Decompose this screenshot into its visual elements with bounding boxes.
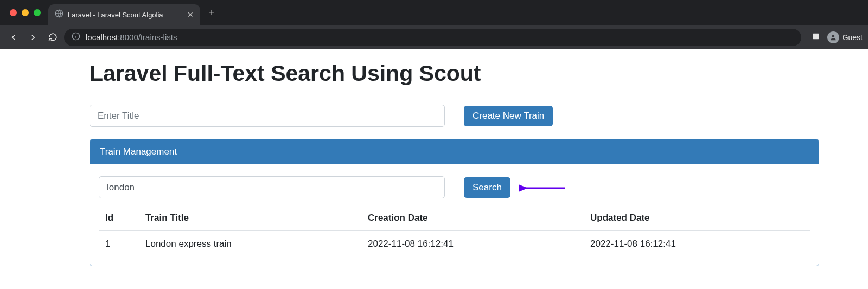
url-host: localhost [86, 33, 118, 42]
profile-label: Guest [843, 33, 863, 42]
cell-title: London express train [141, 230, 363, 249]
annotation-arrow [519, 183, 568, 194]
browser-toolbar: localhost:8000/trains-lists Guest [0, 25, 868, 49]
tab-strip: Laravel - Laravel Scout Algolia ✕ + [0, 0, 868, 25]
profile-button[interactable]: Guest [827, 31, 863, 43]
window-maximize-button[interactable] [34, 9, 41, 16]
search-button[interactable]: Search [464, 177, 510, 198]
new-tab-button[interactable]: + [200, 7, 224, 18]
url-text: localhost:8000/trains-lists [86, 33, 177, 42]
panel-body: Search Id Train Title Creation Date Upda… [90, 164, 819, 266]
page-title: Laravel Full-Text Search Using Scout [90, 61, 868, 86]
col-updated: Updated Date [586, 213, 810, 230]
window-minimize-button[interactable] [22, 9, 29, 16]
back-button[interactable] [5, 29, 22, 46]
create-train-button[interactable]: Create New Train [464, 106, 553, 126]
panel-header: Train Management [90, 139, 819, 164]
cell-id: 1 [99, 230, 141, 249]
forward-button[interactable] [25, 29, 41, 46]
info-icon [72, 32, 80, 43]
browser-tab[interactable]: Laravel - Laravel Scout Algolia ✕ [48, 4, 200, 25]
title-input[interactable] [90, 105, 445, 127]
browser-chrome: Laravel - Laravel Scout Algolia ✕ + loca… [0, 0, 868, 49]
extensions-icon[interactable] [811, 31, 821, 43]
col-title: Train Title [141, 213, 363, 230]
page-content: Laravel Full-Text Search Using Scout Cre… [0, 49, 868, 288]
window-controls [4, 9, 48, 16]
col-id: Id [99, 213, 141, 230]
cell-created: 2022-11-08 16:12:41 [363, 230, 586, 249]
col-created: Creation Date [363, 213, 586, 230]
url-port: :8000 [118, 33, 138, 42]
tab-title: Laravel - Laravel Scout Algolia [68, 11, 183, 19]
reload-button[interactable] [44, 29, 61, 46]
cell-updated: 2022-11-08 16:12:41 [586, 230, 810, 249]
window-close-button[interactable] [10, 9, 17, 16]
train-panel: Train Management Search Id Train Title C… [90, 139, 819, 266]
trains-table: Id Train Title Creation Date Updated Dat… [99, 213, 810, 249]
search-row: Search [99, 176, 810, 198]
top-actions-row: Create New Train [90, 105, 868, 127]
tab-close-icon[interactable]: ✕ [187, 10, 194, 19]
address-bar[interactable]: localhost:8000/trains-lists [64, 29, 801, 46]
globe-icon [55, 9, 63, 20]
person-icon [827, 31, 839, 43]
svg-point-6 [832, 35, 834, 37]
search-input[interactable] [99, 176, 445, 198]
svg-rect-5 [813, 33, 819, 39]
table-row: 1 London express train 2022-11-08 16:12:… [99, 230, 810, 249]
url-path: /trains-lists [138, 33, 177, 42]
